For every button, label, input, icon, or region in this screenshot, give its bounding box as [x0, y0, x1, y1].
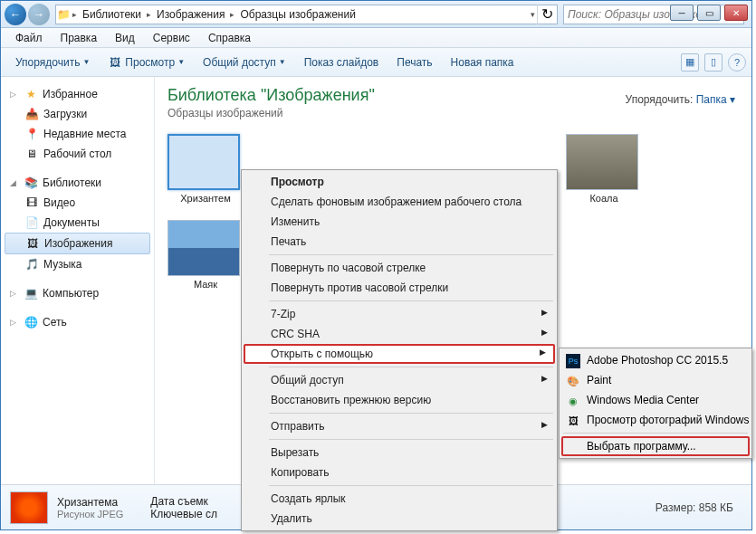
breadcrumb-root[interactable]: Библиотеки	[79, 8, 145, 21]
menu-help[interactable]: Справка	[199, 30, 260, 46]
navigation-pane: ▷★Избранное 📥Загрузки 📍Недавние места 🖥Р…	[1, 77, 155, 484]
thumb-koala[interactable]: Коала	[566, 134, 642, 204]
libraries-header[interactable]: ◢📚Библиотеки	[5, 173, 150, 193]
ctx-send[interactable]: Отправить▶	[244, 416, 555, 436]
details-name: Хризантема	[57, 496, 123, 509]
ctx-edit[interactable]: Изменить	[244, 212, 555, 232]
minimize-button[interactable]: ─	[670, 5, 694, 21]
openwith-choose-program[interactable]: Выбрать программу...	[561, 436, 750, 456]
chevron-right-icon[interactable]: ▸	[228, 10, 236, 19]
computer-icon: 💻	[24, 286, 38, 300]
slideshow-button[interactable]: Показ слайдов	[295, 52, 388, 72]
close-button[interactable]: ✕	[724, 5, 748, 21]
sidebar-recent[interactable]: 📍Недавние места	[5, 124, 150, 144]
sidebar-downloads[interactable]: 📥Загрузки	[5, 104, 150, 124]
refresh-button[interactable]: ↻	[537, 5, 557, 24]
media-center-icon: ◉	[566, 394, 580, 408]
newfolder-button[interactable]: Новая папка	[442, 52, 523, 72]
music-icon: 🎵	[24, 257, 39, 272]
arrange-button[interactable]: Упорядочить▼	[6, 52, 99, 72]
share-button[interactable]: Общий доступ▼	[194, 52, 295, 72]
thumb-label: Маяк	[167, 279, 244, 290]
downloads-icon: 📥	[24, 107, 39, 121]
ctx-open-with[interactable]: Открыть с помощью▶	[244, 344, 555, 364]
ctx-crcsha[interactable]: CRC SHA▶	[244, 324, 555, 344]
favorites-header[interactable]: ▷★Избранное	[5, 84, 150, 104]
view-mode-button[interactable]: ▦	[681, 53, 699, 72]
details-type: Рисунок JPEG	[57, 509, 123, 520]
ctx-rotate-cw[interactable]: Повернуть по часовой стрелке	[244, 258, 555, 278]
window-controls: ─ ▭ ✕	[670, 5, 748, 21]
breadcrumb-leaf[interactable]: Образцы изображений	[236, 8, 359, 21]
ctx-set-wallpaper[interactable]: Сделать фоновым изображением рабочего ст…	[244, 192, 555, 212]
ctx-delete[interactable]: Удалить	[244, 509, 555, 529]
sort-label: Упорядочить:	[626, 93, 694, 106]
openwith-wmc[interactable]: ◉Windows Media Center	[561, 390, 750, 410]
star-icon: ★	[24, 87, 38, 101]
video-icon: 🎞	[24, 195, 39, 210]
thumb-image	[167, 134, 240, 190]
sort-control: Упорядочить: Папка ▾	[626, 93, 735, 106]
ctx-copy[interactable]: Копировать	[244, 462, 555, 482]
menu-service[interactable]: Сервис	[144, 30, 199, 46]
chevron-right-icon[interactable]: ▸	[145, 10, 153, 19]
documents-icon: 📄	[24, 215, 39, 230]
ctx-shortcut[interactable]: Создать ярлык	[244, 489, 555, 509]
size-label: Размер:	[656, 501, 696, 514]
details-thumb	[10, 491, 48, 524]
ctx-view[interactable]: Просмотр	[244, 172, 555, 192]
print-button[interactable]: Печать	[388, 52, 441, 72]
ctx-print[interactable]: Печать	[244, 232, 555, 252]
openwith-photoshop[interactable]: PsAdobe Photoshop CC 2015.5	[561, 350, 750, 370]
thumb-chrysanthemum[interactable]: Хризантем	[167, 134, 244, 204]
computer-header[interactable]: ▷💻Компьютер	[5, 283, 150, 303]
menu-edit[interactable]: Правка	[52, 30, 107, 46]
menu-bar: Файл Правка Вид Сервис Справка	[1, 28, 751, 48]
sidebar-video[interactable]: 🎞Видео	[5, 193, 150, 213]
ctx-share[interactable]: Общий доступ▶	[244, 370, 555, 390]
ctx-restore[interactable]: Восстановить прежнюю версию	[244, 390, 555, 410]
address-bar[interactable]: 📁 ▸ Библиотеки ▸ Изображения ▸ Образцы и…	[55, 5, 558, 24]
title-bar: ← → 📁 ▸ Библиотеки ▸ Изображения ▸ Образ…	[1, 1, 751, 28]
context-menu: Просмотр Сделать фоновым изображением ра…	[241, 169, 558, 531]
ctx-rotate-ccw[interactable]: Повернуть против часовой стрелки	[244, 278, 555, 298]
folder-icon: 📁	[56, 7, 71, 22]
preview-pane-button[interactable]: ▯	[704, 53, 723, 72]
explorer-window: ─ ▭ ✕ ← → 📁 ▸ Библиотеки ▸ Изображения ▸…	[0, 0, 752, 530]
menu-file[interactable]: Файл	[6, 30, 52, 46]
preview-button[interactable]: 🖼Просмотр▼	[99, 52, 194, 73]
thumb-image	[167, 220, 240, 276]
sidebar-desktop[interactable]: 🖥Рабочий стол	[5, 144, 150, 164]
keywords-label: Ключевые сл	[150, 508, 217, 520]
thumb-lighthouse[interactable]: Маяк	[167, 220, 244, 290]
sort-dropdown[interactable]: Папка ▾	[696, 93, 735, 106]
network-icon: 🌐	[24, 315, 38, 329]
chevron-right-icon: ▶	[541, 420, 548, 429]
toolbar: Упорядочить▼ 🖼Просмотр▼ Общий доступ▼ По…	[1, 48, 751, 77]
maximize-button[interactable]: ▭	[697, 5, 721, 21]
breadcrumb-mid[interactable]: Изображения	[153, 8, 228, 21]
openwith-photoviewer[interactable]: 🖼Просмотр фотографий Windows	[561, 410, 750, 430]
sidebar-music[interactable]: 🎵Музыка	[5, 254, 150, 274]
paint-icon: 🎨	[566, 374, 580, 388]
openwith-paint[interactable]: 🎨Paint	[561, 370, 750, 390]
menu-view[interactable]: Вид	[106, 30, 144, 46]
sidebar-documents[interactable]: 📄Документы	[5, 213, 150, 233]
chevron-down-icon[interactable]: ▾	[529, 10, 537, 19]
network-header[interactable]: ▷🌐Сеть	[5, 312, 150, 332]
preview-icon: 🖼	[108, 55, 122, 70]
size-value: 858 КБ	[699, 501, 733, 514]
ctx-cut[interactable]: Вырезать	[244, 443, 555, 462]
help-button[interactable]: ?	[728, 53, 746, 72]
library-icon: 📚	[24, 176, 38, 190]
ctx-7zip[interactable]: 7-Zip▶	[244, 304, 555, 324]
desktop-icon: 🖥	[24, 147, 39, 161]
sidebar-images[interactable]: 🖼Изображения	[5, 233, 150, 254]
photo-viewer-icon: 🖼	[566, 414, 580, 428]
chevron-right-icon: ▶	[540, 348, 546, 357]
nav-forward-button[interactable]: →	[28, 4, 50, 25]
thumb-image	[566, 134, 638, 190]
chevron-right-icon[interactable]: ▸	[71, 10, 79, 19]
photoshop-icon: Ps	[566, 354, 580, 368]
nav-back-button[interactable]: ←	[5, 4, 26, 25]
